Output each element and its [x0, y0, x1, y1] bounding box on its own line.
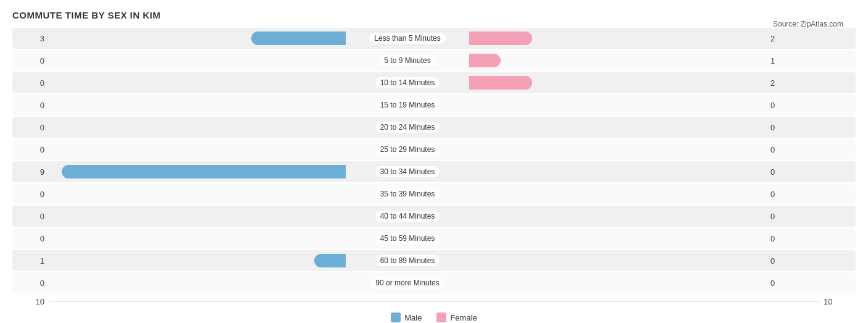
row-label: 60 to 89 Minutes [346, 255, 469, 266]
row-label: 30 to 34 Minutes [346, 166, 469, 177]
right-value: 0 [766, 190, 803, 199]
row-label: 45 to 59 Minutes [346, 233, 469, 244]
legend-male: Male [391, 313, 422, 322]
right-value: 0 [766, 145, 803, 154]
legend: Male Female [12, 313, 856, 322]
row-label: 25 to 29 Minutes [346, 144, 469, 155]
bar-row: 0 45 to 59 Minutes 0 [12, 228, 856, 249]
left-bar-container [49, 98, 346, 112]
bar-row: 0 90 or more Minutes 0 [12, 272, 856, 293]
right-value: 0 [766, 123, 803, 132]
left-bar-container [49, 187, 346, 201]
male-bar [251, 31, 346, 45]
right-bar-container [469, 98, 766, 112]
right-value: 0 [766, 234, 803, 243]
left-value: 0 [12, 234, 49, 243]
left-value: 0 [12, 145, 49, 154]
left-value: 1 [12, 256, 49, 266]
legend-female-label: Female [450, 313, 477, 322]
row-label: 90 or more Minutes [346, 277, 469, 288]
right-value: 2 [766, 78, 803, 88]
legend-female: Female [436, 313, 477, 322]
bar-row: 0 15 to 19 Minutes 0 [12, 94, 856, 115]
row-label: 5 to 9 Minutes [346, 55, 469, 66]
bar-row: 0 35 to 39 Minutes 0 [12, 183, 856, 204]
bar-row: 0 10 to 14 Minutes 2 [12, 72, 856, 93]
left-bar-container [49, 276, 346, 290]
female-bar [469, 31, 532, 45]
right-value: 1 [766, 56, 803, 65]
left-value: 3 [12, 34, 49, 43]
bar-row: 0 25 to 29 Minutes 0 [12, 139, 856, 160]
legend-male-label: Male [404, 313, 422, 322]
left-bar-container [49, 54, 346, 67]
left-value: 0 [12, 212, 49, 221]
right-bar-container [469, 254, 766, 267]
row-label: Less than 5 Minutes [346, 33, 469, 44]
left-bar-container [49, 31, 346, 45]
left-value: 0 [12, 279, 49, 288]
left-bar-container [49, 76, 346, 90]
right-bar-container [469, 165, 766, 178]
right-value: 0 [766, 279, 803, 288]
male-bar [314, 254, 346, 267]
bar-row: 9 30 to 34 Minutes 0 [12, 161, 856, 182]
left-bar-container [49, 165, 346, 178]
left-value: 9 [12, 167, 49, 177]
left-bar-container [49, 143, 346, 156]
right-bar-container [469, 143, 766, 156]
axis-right-label: 10 [819, 297, 856, 306]
female-bar [469, 54, 501, 67]
chart-area: 3 Less than 5 Minutes 2 0 5 to 9 Minutes [12, 28, 856, 293]
axis-row: 10 10 [12, 297, 856, 306]
right-bar-container [469, 54, 766, 67]
axis-left-label: 10 [12, 297, 49, 306]
chart-title: COMMUTE TIME BY SEX IN KIM [12, 10, 856, 20]
right-bar-container [469, 187, 766, 201]
left-bar-container [49, 232, 346, 245]
left-value: 0 [12, 101, 49, 110]
right-bar-container [469, 76, 766, 90]
left-bar-container [49, 254, 346, 267]
row-label: 35 to 39 Minutes [346, 188, 469, 199]
right-value: 2 [766, 34, 803, 43]
right-value: 0 [766, 212, 803, 221]
male-bar [62, 165, 346, 178]
right-value: 0 [766, 101, 803, 110]
right-bar-container [469, 276, 766, 290]
bar-row: 3 Less than 5 Minutes 2 [12, 28, 856, 49]
row-label: 15 to 19 Minutes [346, 99, 469, 111]
row-label: 40 to 44 Minutes [346, 211, 469, 222]
female-bar [469, 76, 532, 90]
left-bar-container [49, 209, 346, 223]
left-value: 0 [12, 190, 49, 199]
right-bar-container [469, 31, 766, 45]
left-value: 0 [12, 56, 49, 65]
row-label: 10 to 14 Minutes [346, 77, 469, 88]
right-bar-container [469, 120, 766, 134]
bar-row: 1 60 to 89 Minutes 0 [12, 250, 856, 271]
chart-container: 3 Less than 5 Minutes 2 0 5 to 9 Minutes [12, 28, 856, 322]
bar-row: 0 20 to 24 Minutes 0 [12, 117, 856, 138]
axis-line [49, 301, 819, 302]
legend-male-box [391, 313, 401, 322]
right-bar-container [469, 209, 766, 223]
bar-row: 0 40 to 44 Minutes 0 [12, 206, 856, 227]
right-bar-container [469, 232, 766, 245]
legend-female-box [436, 313, 446, 322]
source-label: Source: ZipAtlas.com [773, 20, 843, 28]
bar-row: 0 5 to 9 Minutes 1 [12, 50, 856, 71]
left-bar-container [49, 120, 346, 134]
left-value: 0 [12, 78, 49, 88]
right-value: 0 [766, 256, 803, 266]
row-label: 20 to 24 Minutes [346, 122, 469, 133]
right-value: 0 [766, 167, 803, 177]
left-value: 0 [12, 123, 49, 132]
